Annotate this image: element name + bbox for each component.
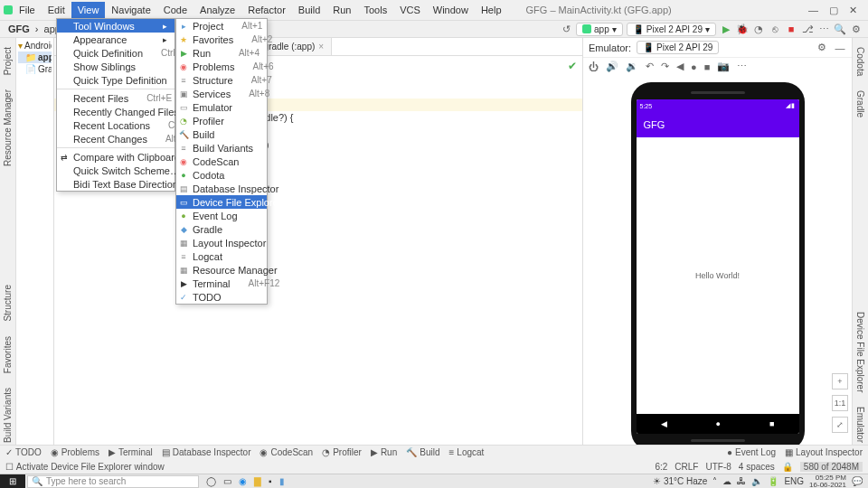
menu-window[interactable]: Window [427, 2, 475, 18]
device-screen[interactable]: 5:25◢ ▮ GFG Hello World! ◀●■ [637, 99, 799, 434]
stop-icon[interactable]: ■ [785, 23, 797, 35]
terminal-icon[interactable]: ▪ [269, 476, 272, 486]
search-icon[interactable]: 🔍 [834, 23, 846, 35]
edge-icon[interactable]: ◉ [239, 476, 247, 486]
tw-item-device-file-explorer[interactable]: ▭Device File Explorer [176, 195, 267, 209]
sync-icon[interactable]: ↺ [560, 23, 572, 35]
tray-batt-icon[interactable]: 🔋 [768, 476, 778, 486]
menu-analyze[interactable]: Analyze [193, 2, 241, 18]
tw-item-build[interactable]: 🔨Build [176, 127, 267, 141]
tray-net-icon[interactable]: 🖧 [737, 476, 746, 486]
project-root[interactable]: ▾Android [18, 40, 52, 52]
tw-item-problems[interactable]: ◉ProblemsAlt+6 [176, 60, 267, 73]
nav-back-icon[interactable]: ◀ [661, 419, 667, 428]
nav-recent-icon[interactable]: ■ [769, 419, 774, 428]
home-icon[interactable]: ● [691, 61, 697, 72]
sidebar-tab-codota[interactable]: Codota [855, 43, 865, 80]
emulator-device-select[interactable]: 📱 Pixel 2 API 29 [637, 41, 719, 54]
rotate-left-icon[interactable]: ↶ [646, 61, 654, 72]
menu-vcs[interactable]: VCS [393, 2, 427, 18]
bottom-tool-profiler[interactable]: ◔ Profiler [322, 447, 362, 457]
menu-item-recently-changed-files[interactable]: Recently Changed Files [57, 105, 175, 118]
bottom-tool-logcat[interactable]: ≡ Logcat [448, 447, 484, 457]
tw-item-gradle[interactable]: ◆Gradle [176, 222, 267, 236]
minimize-icon[interactable]: — [808, 5, 818, 16]
tw-item-database-inspector[interactable]: ▤Database Inspector [176, 182, 267, 195]
tab-close-icon[interactable]: × [318, 42, 324, 52]
menu-run[interactable]: Run [326, 2, 357, 18]
tw-item-codota[interactable]: ●Codota [176, 168, 267, 182]
bottom-tool-event-log[interactable]: ● Event Log [727, 447, 776, 457]
tray-lang[interactable]: ENG [784, 476, 804, 486]
menu-file[interactable]: File [13, 2, 42, 18]
menu-item-quick-switch-scheme-[interactable]: Quick Switch Scheme…Ctrl+` [57, 164, 175, 177]
tray-notif-icon[interactable]: 💬 [852, 476, 863, 486]
sidebar-tab-gradle[interactable]: Gradle [855, 87, 865, 121]
app-icon[interactable]: ▮ [279, 476, 285, 486]
menu-refactor[interactable]: Refactor [241, 2, 292, 18]
tw-item-codescan[interactable]: ◉CodeScan [176, 155, 267, 168]
run-config-select[interactable]: app ▾ [576, 23, 623, 36]
sidebar-tab-resmgr[interactable]: Resource Manager [3, 86, 13, 170]
tw-item-favorites[interactable]: ★FavoritesAlt+2 [176, 33, 267, 46]
tw-item-todo[interactable]: ✓TODO [176, 290, 267, 304]
tw-item-event-log[interactable]: ●Event Log [176, 209, 267, 222]
tw-item-run[interactable]: ▶RunAlt+4 [176, 46, 267, 60]
sidebar-tab-project[interactable]: Project [3, 43, 13, 79]
tw-item-build-variants[interactable]: ≡Build Variants [176, 141, 267, 155]
close-icon[interactable]: ✕ [849, 5, 857, 16]
git-icon[interactable]: ⎇ [801, 23, 814, 35]
zoom-fit[interactable]: ⤢ [832, 417, 848, 433]
attach-icon[interactable]: ⎋ [769, 23, 781, 35]
sidebar-tab-devfile[interactable]: Device File Explorer [855, 308, 865, 396]
bottom-tool-todo[interactable]: ✓ TODO [5, 447, 42, 457]
explorer-icon[interactable]: ▇ [254, 476, 261, 486]
maximize-icon[interactable]: ▢ [829, 5, 838, 16]
rotate-right-icon[interactable]: ↷ [661, 61, 669, 72]
bottom-tool-codescan[interactable]: ◉ CodeScan [259, 447, 313, 457]
tray-cloud-icon[interactable]: ☁ [722, 476, 731, 486]
project-app[interactable]: 📁app [18, 52, 52, 63]
breadcrumb[interactable]: GFG [5, 23, 33, 34]
more-icon[interactable]: ⋯ [817, 23, 830, 35]
menu-item-quick-definition[interactable]: Quick DefinitionCtrl+Shift+I [57, 46, 175, 60]
device-select[interactable]: 📱 Pixel 2 API 29 ▾ [627, 23, 716, 36]
tw-item-terminal[interactable]: ▶TerminalAlt+F12 [176, 277, 267, 290]
tray-vol-icon[interactable]: 🔈 [751, 476, 762, 486]
menu-build[interactable]: Build [292, 2, 326, 18]
project-gradle[interactable]: 📄Gradl [18, 63, 52, 75]
zoom-in[interactable]: + [832, 373, 848, 389]
tw-item-resource-manager[interactable]: ▦Resource Manager [176, 263, 267, 277]
bottom-tool-build[interactable]: 🔨 Build [406, 447, 439, 457]
start-button[interactable]: ⊞ [0, 474, 25, 489]
menu-edit[interactable]: Edit [42, 2, 71, 18]
menu-help[interactable]: Help [475, 2, 508, 18]
tw-item-profiler[interactable]: ◔Profiler [176, 114, 267, 127]
menu-tools[interactable]: Tools [357, 2, 393, 18]
cortana-icon[interactable]: ◯ [206, 476, 216, 486]
taskbar-search[interactable]: 🔍 Type here to search [27, 475, 199, 488]
tw-item-structure[interactable]: ≡StructureAlt+7 [176, 73, 267, 87]
tw-item-logcat[interactable]: ≡Logcat [176, 249, 267, 263]
sidebar-tab-emulator[interactable]: Emulator [855, 403, 865, 446]
tw-item-services[interactable]: ▣ServicesAlt+8 [176, 87, 267, 100]
tw-item-emulator[interactable]: ▭Emulator [176, 100, 267, 114]
weather[interactable]: ☀ 31°C Haze [653, 476, 707, 486]
menu-item-bidi-text-base-direction[interactable]: Bidi Text Base Direction▸ [57, 177, 175, 191]
menu-navigate[interactable]: Navigate [105, 2, 156, 18]
debug-icon[interactable]: 🐞 [736, 23, 749, 35]
more-icon[interactable]: ⋯ [737, 61, 747, 72]
tray-up-icon[interactable]: ˄ [712, 476, 717, 486]
vol-down-icon[interactable]: 🔉 [626, 61, 638, 72]
menu-item-compare-with-clipboard[interactable]: ⇄Compare with Clipboard [57, 150, 175, 164]
menu-item-show-siblings[interactable]: Show Siblings [57, 60, 175, 73]
gear-icon[interactable]: ⚙ [816, 42, 828, 54]
back-icon[interactable]: ◀ [676, 61, 684, 72]
menu-code[interactable]: Code [157, 2, 193, 18]
bottom-tool-terminal[interactable]: ▶ Terminal [108, 447, 153, 457]
tw-item-layout-inspector[interactable]: ▦Layout Inspector [176, 236, 267, 249]
sidebar-tab-buildvar[interactable]: Build Variants [3, 384, 13, 446]
bottom-tool-database-inspector[interactable]: ▤ Database Inspector [162, 447, 251, 457]
tray-time[interactable]: 05:25 PM16-06-2021 [809, 474, 846, 489]
vol-up-icon[interactable]: 🔊 [606, 61, 618, 72]
